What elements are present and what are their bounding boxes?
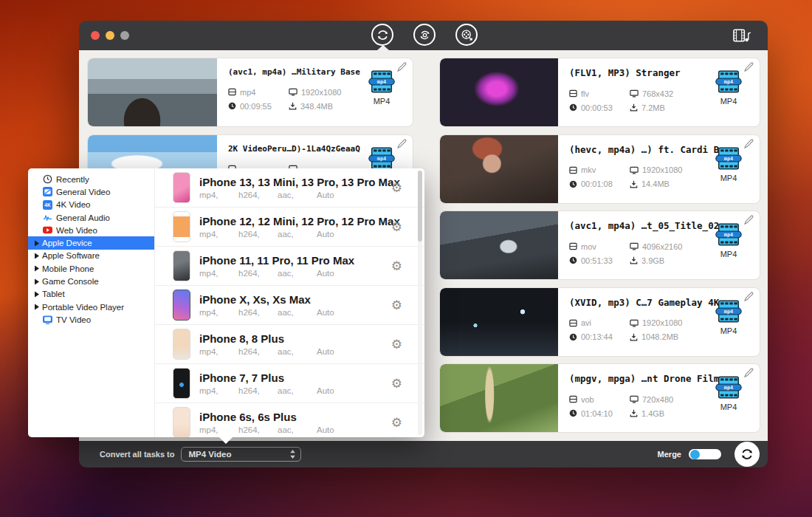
dropdown-stepper-icon	[289, 449, 296, 459]
convert-tool-button[interactable]	[371, 24, 393, 46]
category-label: Game Console	[42, 277, 99, 286]
preset-name: iPhone 13, 13 Mini, 13 Pro, 13 Pro Max	[199, 176, 391, 188]
output-format-label: MP4	[709, 403, 748, 411]
svg-text:4K: 4K	[44, 202, 51, 208]
category-item[interactable]: Portable Video Player	[28, 301, 154, 313]
download-size-icon	[289, 102, 297, 110]
phone-thumbnail	[173, 368, 190, 399]
edit-icon[interactable]	[743, 292, 754, 305]
fourk-icon: 4K	[42, 199, 52, 210]
category-label: Portable Video Player	[42, 303, 124, 312]
output-format-button[interactable]: mp4 MP4	[709, 147, 748, 182]
minimize-button[interactable]	[106, 31, 114, 40]
output-format-button[interactable]: mp4 MP4	[709, 223, 748, 258]
format-value: vob	[569, 395, 630, 404]
merge-toggle[interactable]	[689, 449, 721, 459]
scrollbar-thumb[interactable]	[418, 171, 422, 242]
category-item[interactable]: TV Video	[28, 313, 154, 326]
video-task-card[interactable]: (avc1, mp4a) …t_05_Title_02 mov 4096x216…	[439, 210, 760, 280]
video-info: (avc1, mp4a) …t_05_Title_02 mov 4096x216…	[558, 211, 760, 279]
video-task-card[interactable]: (mpgv, mpga) …nt Drone Film vob 720x480 …	[439, 363, 760, 433]
output-format-label: MP4	[709, 250, 748, 258]
edit-icon[interactable]	[743, 215, 754, 228]
category-item[interactable]: General Video	[28, 185, 154, 198]
resolution-value: 4096x2160	[630, 242, 717, 251]
toolbar	[371, 24, 478, 46]
output-format-button[interactable]: mp4 MP4	[709, 376, 748, 411]
phone-thumbnail	[173, 250, 190, 281]
gear-icon[interactable]: ⚙	[391, 377, 402, 390]
category-item[interactable]: Web Video	[28, 224, 154, 236]
preset-row[interactable]: iPhone 12, 12 Mini, 12 Pro, 12 Pro Max m…	[155, 208, 424, 247]
resolution-icon	[630, 242, 639, 250]
category-item[interactable]: Mobile Phone	[28, 262, 154, 275]
filesize-value: 7.2MB	[630, 103, 717, 112]
preset-row[interactable]: iPhone 11, 11 Pro, 11 Pro Max mp4,h264,a…	[155, 247, 424, 286]
video-task-card[interactable]: (XVID, mp3) C…7 Gameplay 4K avi 1920x108…	[439, 287, 760, 357]
output-format-dropdown[interactable]: MP4 Video	[181, 447, 301, 462]
phone-thumbnail	[173, 172, 190, 203]
video-icon	[42, 187, 52, 197]
gear-icon[interactable]: ⚙	[391, 260, 402, 273]
category-item[interactable]: 4K 4K Video	[28, 199, 154, 211]
output-format-label: MP4	[709, 174, 748, 182]
category-item[interactable]: Apple Device	[28, 236, 154, 249]
edit-icon[interactable]	[743, 368, 754, 381]
output-format-button[interactable]: mp4 MP4	[362, 70, 401, 106]
category-label: General Video	[56, 188, 110, 196]
preset-row[interactable]: iPhone X, Xs, Xs Max mp4,h264,aac,Auto ⚙	[155, 286, 424, 325]
preset-row[interactable]: iPhone 8, 8 Plus mp4,h264,aac,Auto ⚙	[155, 325, 424, 364]
media-library-button[interactable]	[733, 27, 751, 47]
edit-icon[interactable]	[743, 62, 754, 75]
format-value: mp4	[228, 88, 289, 97]
gear-icon[interactable]: ⚙	[391, 299, 402, 312]
preset-name: iPhone 11, 11 Pro, 11 Pro Max	[199, 254, 354, 267]
clock-icon	[569, 409, 577, 417]
gear-icon[interactable]: ⚙	[391, 221, 402, 233]
filesize-value: 1.4GB	[630, 409, 717, 418]
category-item[interactable]: Apple Software	[28, 250, 154, 262]
video-task-card[interactable]: (hevc, mp4a) …) ft. Cardi B mkv 1920x108…	[439, 134, 760, 204]
svg-text:mp4: mp4	[377, 155, 386, 161]
edit-icon[interactable]	[396, 62, 407, 75]
phone-thumbnail	[173, 329, 190, 360]
convert-run-button[interactable]	[734, 442, 760, 467]
file-format-icon	[569, 166, 577, 174]
resolution-icon	[630, 166, 639, 174]
output-format-button[interactable]: mp4 MP4	[709, 70, 748, 106]
media-download-tool-button[interactable]	[455, 24, 478, 46]
gear-icon[interactable]: ⚙	[391, 338, 402, 351]
close-button[interactable]	[91, 31, 100, 40]
merge-toggle-knob	[690, 450, 700, 459]
video-task-card[interactable]: (FLV1, MP3) Stranger flv 768x432 00:00:5…	[439, 58, 760, 127]
mp4-filmstrip-icon: mp4	[715, 300, 743, 323]
preset-row[interactable]: iPhone 6s, 6s Plus mp4,h264,aac,Auto ⚙	[155, 403, 424, 437]
arrow-icon	[33, 264, 41, 274]
file-format-icon	[569, 242, 577, 250]
category-item[interactable]: Game Console	[28, 275, 154, 287]
format-value: mov	[569, 242, 630, 251]
category-item[interactable]: Recently	[28, 173, 154, 185]
video-info: (FLV1, MP3) Stranger flv 768x432 00:00:5…	[558, 58, 760, 126]
category-item[interactable]: Tablet	[28, 288, 154, 301]
gear-icon[interactable]: ⚙	[391, 417, 402, 429]
gear-icon[interactable]: ⚙	[391, 182, 402, 194]
edit-icon[interactable]	[743, 139, 754, 152]
download-size-icon	[630, 103, 638, 112]
duration-value: 00:51:33	[569, 256, 630, 265]
arrow-icon	[33, 276, 41, 287]
zoom-button[interactable]	[120, 31, 129, 40]
duration-value: 00:00:53	[569, 103, 630, 112]
video-task-card[interactable]: (avc1, mp4a) …Military Base mp4 1920x108…	[87, 58, 413, 127]
duration-value: 00:01:08	[569, 179, 630, 188]
output-format-label: MP4	[362, 97, 401, 106]
output-format-button[interactable]: mp4 MP4	[709, 300, 748, 335]
phone-thumbnail	[173, 290, 190, 321]
category-item[interactable]: General Audio	[28, 211, 154, 224]
preset-row[interactable]: iPhone 13, 13 Mini, 13 Pro, 13 Pro Max m…	[155, 168, 424, 208]
preset-row[interactable]: iPhone 7, 7 Plus mp4,h264,aac,Auto ⚙	[155, 364, 424, 403]
file-format-icon	[569, 319, 577, 327]
video-thumbnail	[440, 364, 558, 432]
edit-icon[interactable]	[396, 139, 407, 152]
ripper-tool-button[interactable]	[413, 24, 436, 46]
